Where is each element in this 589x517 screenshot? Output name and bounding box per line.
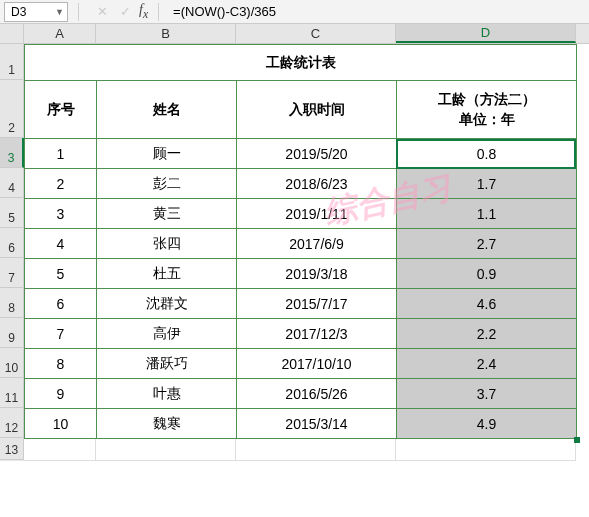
cancel-icon[interactable]: ✕ [97,4,108,19]
data-table: 工龄统计表 序号 姓名 入职时间 工龄（方法二） 单位：年 1顾一2019/5/… [24,44,577,439]
cell-seq[interactable]: 1 [25,139,97,169]
header-tenure-l2: 单位：年 [459,112,515,127]
cell-seq[interactable]: 10 [25,409,97,439]
separator [158,3,159,21]
header-tenure[interactable]: 工龄（方法二） 单位：年 [397,81,577,139]
name-box[interactable]: D3 ▼ [4,2,68,22]
blank-row-13[interactable] [24,439,577,461]
cell-hire[interactable]: 2016/5/26 [237,379,397,409]
select-all-corner[interactable] [0,24,24,43]
fill-handle[interactable] [574,437,580,443]
header-tenure-l1: 工龄（方法二） [438,92,536,107]
col-header-A[interactable]: A [24,24,96,43]
cell-tenure[interactable]: 2.2 [397,319,577,349]
row-header-8[interactable]: 8 [0,288,24,318]
cell-seq[interactable]: 7 [25,319,97,349]
cell-tenure[interactable]: 0.8 [397,139,577,169]
formula-input[interactable]: =(NOW()-C3)/365 [173,4,276,19]
title-cell[interactable]: 工龄统计表 [25,45,577,81]
row-header-6[interactable]: 6 [0,228,24,258]
cell-hire[interactable]: 2019/1/11 [237,199,397,229]
header-seq[interactable]: 序号 [25,81,97,139]
cell-hire[interactable]: 2017/12/3 [237,319,397,349]
col-header-C[interactable]: C [236,24,396,43]
cells-area[interactable]: 工龄统计表 序号 姓名 入职时间 工龄（方法二） 单位：年 1顾一2019/5/… [24,44,577,461]
cell-tenure[interactable]: 2.4 [397,349,577,379]
blank-cell[interactable] [396,439,576,461]
cell-hire[interactable]: 2015/3/14 [237,409,397,439]
row-header-9[interactable]: 9 [0,318,24,348]
blank-cell[interactable] [96,439,236,461]
cell-hire[interactable]: 2017/10/10 [237,349,397,379]
cell-hire[interactable]: 2019/3/18 [237,259,397,289]
cell-name[interactable]: 杜五 [97,259,237,289]
cell-seq[interactable]: 3 [25,199,97,229]
cell-name[interactable]: 张四 [97,229,237,259]
cell-name[interactable]: 潘跃巧 [97,349,237,379]
header-hire[interactable]: 入职时间 [237,81,397,139]
cell-seq[interactable]: 4 [25,229,97,259]
col-header-B[interactable]: B [96,24,236,43]
cell-tenure[interactable]: 1.7 [397,169,577,199]
cell-name[interactable]: 彭二 [97,169,237,199]
cell-seq[interactable]: 8 [25,349,97,379]
fx-icon[interactable]: fx [139,2,148,21]
name-box-value: D3 [11,5,26,19]
cell-name[interactable]: 高伊 [97,319,237,349]
cell-hire[interactable]: 2019/5/20 [237,139,397,169]
confirm-icon[interactable]: ✓ [120,4,131,19]
cell-name[interactable]: 魏寒 [97,409,237,439]
cell-tenure[interactable]: 1.1 [397,199,577,229]
row-header-11[interactable]: 11 [0,378,24,408]
cell-seq[interactable]: 5 [25,259,97,289]
cell-seq[interactable]: 2 [25,169,97,199]
cell-tenure[interactable]: 0.9 [397,259,577,289]
formula-controls: ✕ ✓ [97,4,131,19]
row-header-4[interactable]: 4 [0,168,24,198]
cell-name[interactable]: 顾一 [97,139,237,169]
cell-tenure[interactable]: 2.7 [397,229,577,259]
blank-cell[interactable] [236,439,396,461]
cell-name[interactable]: 黄三 [97,199,237,229]
cell-hire[interactable]: 2017/6/9 [237,229,397,259]
row-header-7[interactable]: 7 [0,258,24,288]
cell-seq[interactable]: 6 [25,289,97,319]
separator [78,3,79,21]
row-header-3[interactable]: 3 [0,138,24,168]
row-header-12[interactable]: 12 [0,408,24,438]
row-header-1[interactable]: 1 [0,44,24,80]
cell-hire[interactable]: 2018/6/23 [237,169,397,199]
cell-name[interactable]: 沈群文 [97,289,237,319]
header-name[interactable]: 姓名 [97,81,237,139]
formula-bar: D3 ▼ ✕ ✓ fx =(NOW()-C3)/365 [0,0,589,24]
cell-name[interactable]: 叶惠 [97,379,237,409]
row-header-2[interactable]: 2 [0,80,24,138]
blank-cell[interactable] [24,439,96,461]
cell-hire[interactable]: 2015/7/17 [237,289,397,319]
row-headers: 1 2 3 4 5 6 7 8 9 10 11 12 13 [0,44,24,461]
row-header-5[interactable]: 5 [0,198,24,228]
cell-tenure[interactable]: 4.9 [397,409,577,439]
col-header-D[interactable]: D [396,24,576,43]
row-header-10[interactable]: 10 [0,348,24,378]
row-header-13[interactable]: 13 [0,438,24,460]
chevron-down-icon[interactable]: ▼ [55,7,64,17]
cell-tenure[interactable]: 4.6 [397,289,577,319]
column-headers: A B C D [0,24,589,44]
cell-seq[interactable]: 9 [25,379,97,409]
cell-tenure[interactable]: 3.7 [397,379,577,409]
